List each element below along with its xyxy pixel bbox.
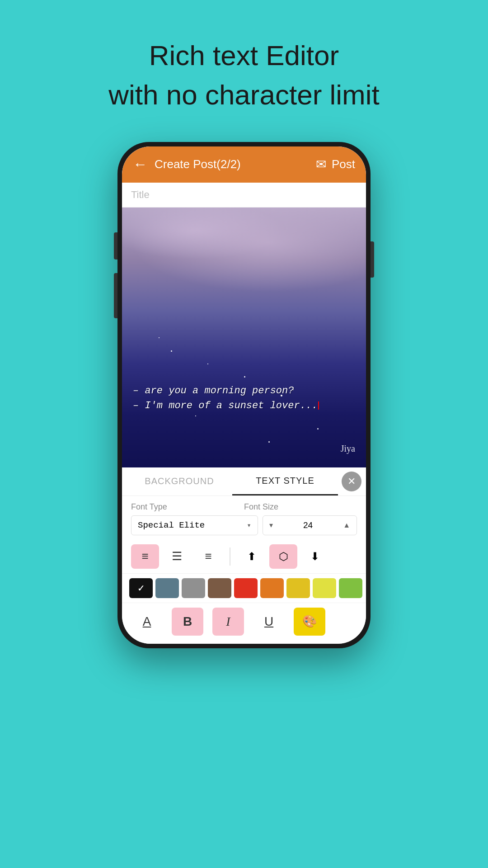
valign-middle-button[interactable]: ⬡ (269, 544, 297, 569)
tabs-row: BACKGROUND TEXT STYLE ✕ (122, 467, 366, 496)
font-size-value: 24 (303, 520, 313, 530)
font-size-control[interactable]: ▾ 24 ▲ (263, 515, 357, 535)
phone-screen: ← Create Post(2/2) ✉ Post Title (122, 146, 366, 644)
quote-text: – are you a morning person? – I'm more o… (133, 383, 355, 413)
font-type-label: Font Type (131, 502, 244, 512)
valign-bottom-button[interactable]: ⬇ (301, 544, 329, 569)
bold-button[interactable]: B (172, 608, 203, 636)
color-red[interactable] (234, 578, 258, 598)
style-buttons-row: A B I U 🎨 (122, 603, 366, 644)
align-right-button[interactable]: ≡ (194, 544, 222, 569)
quote-line1: – are you a morning person? (133, 383, 355, 398)
color-green[interactable] (339, 578, 362, 598)
quote-line2: – I'm more of a sunset lover... (133, 398, 355, 413)
bottom-panel: BACKGROUND TEXT STYLE ✕ Font Type Font S… (122, 467, 366, 644)
color-row: ✓ ✕ (122, 574, 366, 603)
tab-background[interactable]: BACKGROUND (127, 468, 232, 495)
close-panel-button[interactable]: ✕ (342, 472, 361, 491)
color-yellow[interactable] (313, 578, 336, 598)
post-button[interactable]: Post (332, 157, 355, 171)
sky-background: – are you a morning person? – I'm more o… (122, 208, 366, 467)
color-brown[interactable] (208, 578, 231, 598)
back-icon[interactable]: ← (133, 156, 147, 173)
hero-line1: Rich text Editor (108, 36, 380, 75)
color-blue-grey[interactable] (155, 578, 179, 598)
underline-a-button[interactable]: A (131, 608, 163, 636)
image-area: – are you a morning person? – I'm more o… (122, 208, 366, 467)
app-bar: ← Create Post(2/2) ✉ Post (122, 146, 366, 183)
envelope-icon[interactable]: ✉ (316, 157, 326, 172)
font-size-down-icon[interactable]: ▾ (269, 521, 273, 529)
title-bar[interactable]: Title (122, 183, 366, 208)
font-controls: Font Type Font Size Special Elite ▾ ▾ 24… (122, 496, 366, 540)
title-placeholder: Title (131, 189, 150, 200)
app-bar-title: Create Post(2/2) (155, 157, 316, 171)
valign-top-button[interactable]: ⬆ (238, 544, 266, 569)
color-orange[interactable] (260, 578, 284, 598)
font-type-dropdown[interactable]: Special Elite ▾ (131, 515, 258, 535)
separator (230, 547, 230, 566)
font-type-value: Special Elite (138, 520, 205, 530)
font-type-chevron: ▾ (247, 521, 251, 530)
font-selectors-row: Special Elite ▾ ▾ 24 ▲ (131, 515, 357, 535)
phone-shell: ← Create Post(2/2) ✉ Post Title (117, 142, 371, 648)
font-size-label: Font Size (244, 502, 357, 512)
alignment-row: ≡ ☰ ≡ ⬆ ⬡ ⬇ (122, 540, 366, 574)
hero-line2: with no character limit (108, 75, 380, 115)
tab-text-style[interactable]: TEXT STYLE (232, 467, 338, 495)
font-size-up-icon[interactable]: ▲ (343, 521, 350, 529)
align-left-button[interactable]: ≡ (131, 544, 159, 569)
color-black[interactable]: ✓ (129, 578, 153, 598)
stars (122, 208, 366, 467)
align-center-button[interactable]: ☰ (163, 544, 191, 569)
color-grey[interactable] (182, 578, 205, 598)
phone-mockup: ← Create Post(2/2) ✉ Post Title (117, 142, 371, 648)
color-gold[interactable] (286, 578, 310, 598)
hero-text: Rich text Editor with no character limit (108, 36, 380, 115)
power-button (371, 241, 374, 278)
italic-button[interactable]: I (212, 608, 244, 636)
color-row-close-button[interactable]: ✕ (365, 578, 366, 598)
underline-button[interactable]: U (253, 608, 285, 636)
app-bar-actions: ✉ Post (316, 157, 355, 172)
emoji-style-button[interactable]: 🎨 (294, 608, 325, 636)
font-labels-row: Font Type Font Size (131, 502, 357, 512)
watermark: Jiya (341, 443, 355, 454)
